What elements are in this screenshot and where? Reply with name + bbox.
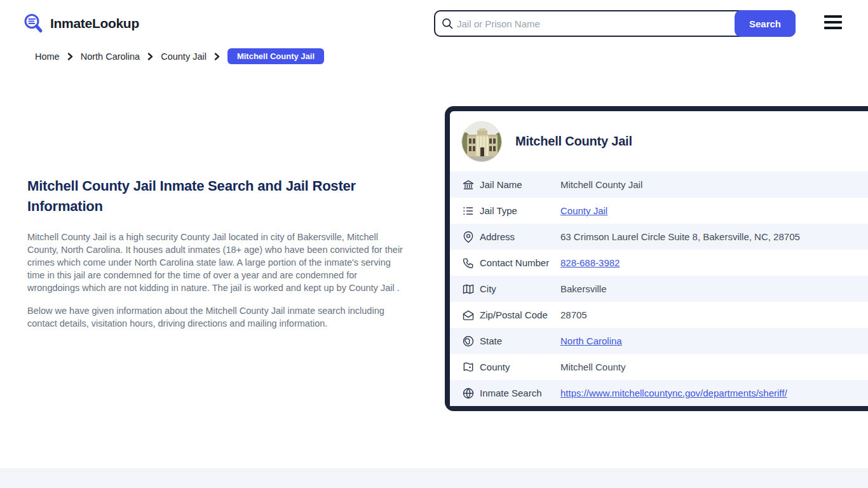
chevron-right-icon — [67, 53, 74, 60]
row-value: 63 Crimson Laurel Circle Suite 8, Bakers… — [560, 231, 800, 242]
table-row-state: State North Carolina — [450, 328, 868, 354]
article: Mitchell County Jail Inmate Search and J… — [27, 176, 409, 330]
search-bar: Search — [434, 10, 796, 37]
jail-type-link[interactable]: County Jail — [560, 205, 607, 216]
table-row-contact: Contact Number 828-688-3982 — [450, 250, 868, 276]
map-pin-icon — [462, 231, 475, 243]
brand-name: InmateLookup — [50, 16, 139, 31]
jail-details-table: Jail Name Mitchell County Jail Jail Type… — [450, 172, 868, 406]
row-label: Zip/Postal Code — [480, 309, 560, 320]
intro-paragraph: Mitchell County Jail is a high security … — [27, 231, 406, 294]
search-input[interactable] — [457, 11, 724, 36]
page-title: Mitchell County Jail Inmate Search and J… — [27, 176, 409, 217]
breadcrumb-home[interactable]: Home — [35, 51, 60, 62]
row-label: Address — [480, 231, 560, 242]
row-label: County — [480, 362, 560, 372]
row-label: Jail Name — [480, 179, 560, 190]
search-icon — [441, 17, 454, 30]
menu-icon[interactable] — [824, 15, 842, 29]
table-row-inmate-search: Inmate Search https://www.mitchellcounty… — [450, 380, 868, 406]
globe-state-icon — [462, 335, 475, 348]
row-label: Inmate Search — [480, 388, 560, 398]
row-value: 28705 — [560, 309, 587, 320]
table-row-jail-name: Jail Name Mitchell County Jail — [450, 172, 868, 198]
breadcrumb-state[interactable]: North Carolina — [81, 51, 140, 62]
chevron-right-icon — [214, 53, 220, 60]
table-row-county: County Mitchell County — [450, 354, 868, 380]
footer-strip — [0, 468, 868, 488]
breadcrumb-current-badge[interactable]: Mitchell County Jail — [227, 48, 324, 64]
jail-info-card: Mitchell County Jail Jail Name Mitchell … — [445, 106, 868, 411]
phone-icon — [462, 257, 475, 269]
map-icon — [462, 283, 475, 295]
state-link[interactable]: North Carolina — [560, 336, 622, 346]
table-row-address: Address 63 Crimson Laurel Circle Suite 8… — [450, 224, 868, 250]
mail-icon — [462, 309, 475, 322]
row-label: Jail Type — [480, 205, 560, 216]
phone-link[interactable]: 828-688-3982 — [560, 257, 620, 268]
county-icon — [462, 361, 475, 374]
inmate-search-link[interactable]: https://www.mitchellcountync.gov/departm… — [560, 388, 787, 398]
table-row-city: City Bakersville — [450, 276, 868, 302]
info-paragraph: Below we have given information about th… — [27, 304, 406, 330]
magnifier-logo-icon — [23, 13, 44, 34]
card-header: Mitchell County Jail — [450, 111, 868, 172]
breadcrumb: Home North Carolina County Jail Mitchell… — [35, 48, 324, 64]
table-row-jail-type: Jail Type County Jail — [450, 198, 868, 224]
row-label: Contact Number — [480, 257, 560, 268]
brand-logo[interactable]: InmateLookup — [23, 13, 139, 34]
row-value: Mitchell County Jail — [560, 179, 642, 190]
table-row-zip: Zip/Postal Code 28705 — [450, 302, 868, 328]
jail-photo — [461, 121, 502, 162]
chevron-right-icon — [147, 53, 154, 60]
row-label: City — [480, 283, 560, 294]
list-icon — [462, 205, 475, 217]
jail-card-title: Mitchell County Jail — [515, 134, 632, 149]
row-value: Bakersville — [560, 283, 607, 294]
row-label: State — [480, 336, 560, 346]
globe-icon — [462, 387, 475, 400]
row-value: Mitchell County — [560, 362, 626, 372]
breadcrumb-type[interactable]: County Jail — [161, 51, 207, 62]
search-button[interactable]: Search — [735, 10, 796, 37]
bank-icon — [462, 179, 475, 191]
